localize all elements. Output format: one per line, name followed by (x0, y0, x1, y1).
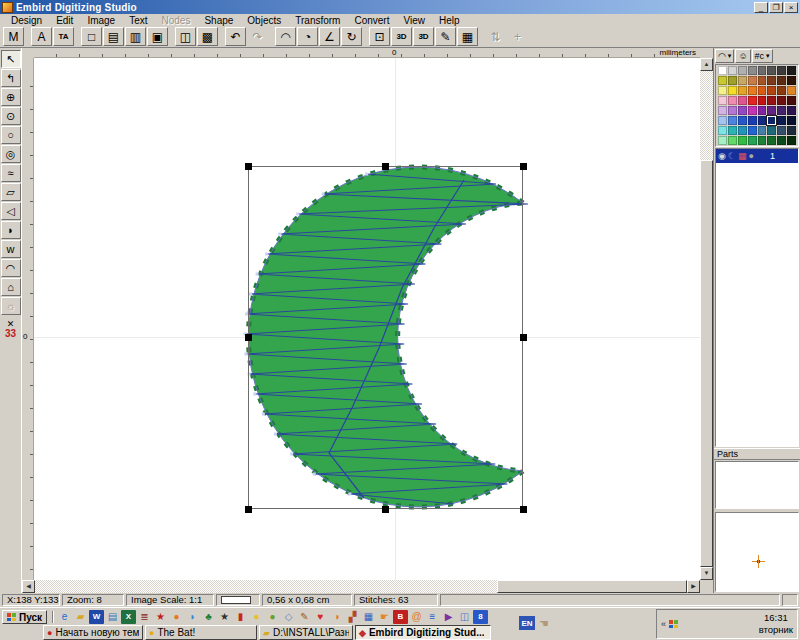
menu-edit[interactable]: Edit (49, 15, 80, 26)
palette-color[interactable] (748, 76, 757, 85)
green-dot-icon[interactable]: ● (265, 610, 280, 624)
purple-play-icon[interactable]: ▶ (441, 610, 456, 624)
objects-list[interactable]: ◉☾▦●1 (715, 148, 799, 447)
horizontal-scroll-thumb[interactable] (497, 580, 687, 593)
lettering-button[interactable]: A (31, 27, 52, 46)
palette-color[interactable] (738, 96, 747, 105)
palette-color[interactable] (767, 66, 776, 75)
at-spiral-icon[interactable]: @ (409, 610, 424, 624)
palette-color[interactable] (718, 136, 727, 145)
palette-color[interactable] (767, 116, 776, 125)
palette-color[interactable] (728, 86, 737, 95)
palette-color[interactable] (728, 66, 737, 75)
palette-color[interactable] (748, 126, 757, 135)
palette-color[interactable] (728, 76, 737, 85)
page-3d-button[interactable]: ⊡ (369, 27, 390, 46)
palette-color[interactable] (748, 86, 757, 95)
orange-dot-icon[interactable]: ● (169, 610, 184, 624)
palette-color[interactable] (787, 76, 796, 85)
palette-color[interactable] (758, 96, 767, 105)
menu-shape[interactable]: Shape (197, 15, 240, 26)
rotate-button[interactable]: ↻ (341, 27, 362, 46)
palette-color[interactable] (758, 136, 767, 145)
palette-color[interactable] (718, 76, 727, 85)
minimize-button[interactable]: _ (754, 2, 768, 13)
notepad-icon[interactable]: ◫ (457, 610, 472, 624)
black-star-icon[interactable]: ★ (217, 610, 232, 624)
outline-tool[interactable]: ▱ (1, 183, 21, 201)
palette-color[interactable] (758, 106, 767, 115)
zigzag-tool[interactable]: w (1, 240, 21, 258)
menu-text[interactable]: Text (122, 15, 154, 26)
palette-color[interactable] (787, 96, 796, 105)
selection-handle-nw[interactable] (245, 163, 252, 170)
palette-color[interactable] (748, 116, 757, 125)
freehand-fill-tool[interactable]: ○ (1, 126, 21, 144)
hand-icon[interactable]: ☚ (539, 617, 549, 630)
zoom-tool[interactable]: ⊕ (1, 88, 21, 106)
palette-color[interactable] (758, 116, 767, 125)
import-design-button[interactable]: ▥ (125, 27, 146, 46)
fill-direction-tool[interactable]: ◁ (1, 202, 21, 220)
palette-color[interactable] (718, 116, 727, 125)
books-icon[interactable]: ≣ (137, 610, 152, 624)
palette-color[interactable] (748, 96, 757, 105)
hand-pointer-icon[interactable]: ☛ (377, 610, 392, 624)
word-icon[interactable]: W (89, 610, 104, 624)
palette-color[interactable] (738, 76, 747, 85)
lines-icon[interactable]: ≡ (425, 610, 440, 624)
palette-color[interactable] (767, 126, 776, 135)
restore-button[interactable]: ❐ (769, 2, 783, 13)
tray-windows-icon[interactable] (669, 620, 678, 628)
red-block-icon[interactable]: ▮ (233, 610, 248, 624)
measure-button[interactable]: ◠ (275, 27, 296, 46)
palette-color[interactable] (718, 86, 727, 95)
palette-color[interactable] (728, 136, 737, 145)
column-tool[interactable]: ⌂ (1, 278, 21, 296)
palette-color[interactable] (777, 116, 786, 125)
palette-color[interactable] (777, 106, 786, 115)
orange-half-icon[interactable]: ◑ (329, 610, 344, 624)
palette-color[interactable] (748, 66, 757, 75)
selection-handle-se[interactable] (520, 506, 527, 513)
open-design-button[interactable]: ▤ (103, 27, 124, 46)
menu-design[interactable]: Design (4, 15, 49, 26)
close-button[interactable]: × (784, 2, 798, 13)
tree-icon[interactable]: ♣ (201, 610, 216, 624)
diamond-icon[interactable]: ◇ (281, 610, 296, 624)
vertical-scrollbar[interactable]: ▲ ▼ (700, 58, 713, 580)
palette-color[interactable] (758, 66, 767, 75)
palette-color[interactable] (787, 86, 796, 95)
palette-color[interactable] (728, 116, 737, 125)
palette-color[interactable] (738, 126, 747, 135)
palette-color[interactable] (767, 106, 776, 115)
selection-handle-e[interactable] (520, 334, 527, 341)
new-design-button[interactable]: □ (81, 27, 102, 46)
document-icon[interactable]: ▤ (105, 610, 120, 624)
menu-convert[interactable]: Convert (347, 15, 396, 26)
scroll-up-button[interactable]: ▲ (700, 58, 713, 71)
image-tools-button[interactable]: ▦ (457, 27, 478, 46)
closed-shape-tool[interactable]: ◗ (1, 221, 21, 239)
taskbar-window-button[interactable]: ●Начать новую тему :: В... (43, 625, 143, 640)
zoom-100-tool[interactable]: ⊙ (1, 107, 21, 125)
palette-color[interactable] (758, 86, 767, 95)
copy-button[interactable]: ◫ (175, 27, 196, 46)
palette-color[interactable] (728, 126, 737, 135)
render-3d-button[interactable]: 3̈D (413, 27, 434, 46)
palette-color[interactable] (738, 86, 747, 95)
angle-button[interactable]: ∠ (319, 27, 340, 46)
palette-color[interactable] (787, 66, 796, 75)
scroll-left-button[interactable]: ◀ (22, 580, 35, 593)
layer-row[interactable]: ◉☾▦●1 (716, 149, 798, 163)
scroll-down-button[interactable]: ▼ (700, 567, 713, 580)
selection-handle-s[interactable] (382, 506, 389, 513)
vertical-scroll-track[interactable] (700, 71, 713, 567)
palette-color[interactable] (777, 76, 786, 85)
palette-color[interactable] (718, 126, 727, 135)
save-design-button[interactable]: ▣ (147, 27, 168, 46)
curve-mode-select[interactable]: ◠▾ (715, 49, 734, 63)
paste-button[interactable]: ▩ (197, 27, 218, 46)
palette-color[interactable] (738, 106, 747, 115)
menu-view[interactable]: View (396, 15, 432, 26)
